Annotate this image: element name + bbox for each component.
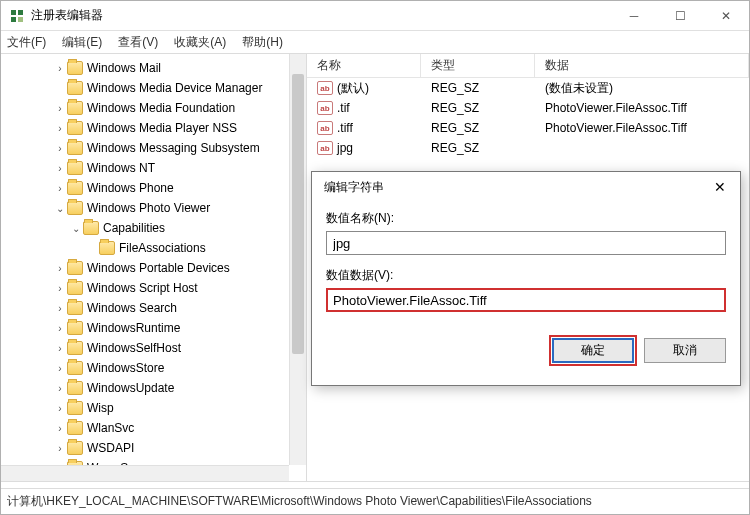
cancel-button[interactable]: 取消: [644, 338, 726, 363]
scrollbar-horizontal[interactable]: [1, 465, 289, 481]
maximize-button[interactable]: ☐: [657, 1, 703, 31]
value-name: (默认): [337, 81, 369, 95]
list-row[interactable]: ab.tiffREG_SZPhotoViewer.FileAssoc.Tiff: [307, 118, 749, 138]
expand-icon[interactable]: ›: [53, 363, 67, 374]
edit-string-dialog: 编辑字符串 ✕ 数值名称(N): 数值数据(V): 确定 取消: [311, 171, 741, 386]
menu-favorites[interactable]: 收藏夹(A): [174, 34, 226, 51]
list-row[interactable]: ab.tifREG_SZPhotoViewer.FileAssoc.Tiff: [307, 98, 749, 118]
folder-icon: [67, 421, 83, 435]
tree-pane[interactable]: ›Windows MailWindows Media Device Manage…: [1, 54, 307, 481]
value-type: REG_SZ: [421, 141, 535, 155]
value-name: jpg: [337, 141, 353, 155]
scrollbar-vertical[interactable]: [289, 54, 306, 465]
tree-label: WindowsRuntime: [87, 321, 180, 335]
expand-icon[interactable]: ›: [53, 383, 67, 394]
tree-item[interactable]: ›WindowsStore: [5, 358, 304, 378]
dialog-close-button[interactable]: ✕: [700, 172, 740, 202]
expand-icon[interactable]: ›: [53, 323, 67, 334]
tree-label: FileAssociations: [119, 241, 206, 255]
tree-item[interactable]: ›WlanSvc: [5, 418, 304, 438]
tree-label: WSDAPI: [87, 441, 134, 455]
tree-label: Windows Search: [87, 301, 177, 315]
tree-label: Windows NT: [87, 161, 155, 175]
app-icon: [9, 8, 25, 24]
tree-item[interactable]: ⌄Windows Photo Viewer: [5, 198, 304, 218]
expand-icon[interactable]: ›: [53, 123, 67, 134]
expand-icon[interactable]: ›: [53, 343, 67, 354]
tree-item[interactable]: ›WindowsUpdate: [5, 378, 304, 398]
expand-icon[interactable]: ›: [53, 183, 67, 194]
minimize-button[interactable]: ─: [611, 1, 657, 31]
menu-help[interactable]: 帮助(H): [242, 34, 283, 51]
col-type[interactable]: 类型: [421, 54, 535, 77]
expand-icon[interactable]: ›: [53, 263, 67, 274]
tree-item[interactable]: ›Windows NT: [5, 158, 304, 178]
value-name: .tif: [337, 101, 350, 115]
list-header: 名称 类型 数据: [307, 54, 749, 78]
tree-item[interactable]: ›Windows Media Player NSS: [5, 118, 304, 138]
tree-label: Windows Media Foundation: [87, 101, 235, 115]
expand-icon[interactable]: ⌄: [53, 203, 67, 214]
svg-rect-1: [18, 10, 23, 15]
string-value-icon: ab: [317, 81, 333, 95]
tree-item[interactable]: ›WindowsSelfHost: [5, 338, 304, 358]
ok-button[interactable]: 确定: [552, 338, 634, 363]
tree-item[interactable]: ›Windows Search: [5, 298, 304, 318]
expand-icon[interactable]: ›: [53, 303, 67, 314]
titlebar: 注册表编辑器 ─ ☐ ✕: [1, 1, 749, 31]
close-button[interactable]: ✕: [703, 1, 749, 31]
tree-item[interactable]: ›Windows Messaging Subsystem: [5, 138, 304, 158]
folder-icon: [67, 81, 83, 95]
expand-icon[interactable]: ›: [53, 283, 67, 294]
col-name[interactable]: 名称: [307, 54, 421, 77]
expand-icon[interactable]: ›: [53, 423, 67, 434]
list-row[interactable]: ab(默认)REG_SZ(数值未设置): [307, 78, 749, 98]
list-row[interactable]: abjpgREG_SZ: [307, 138, 749, 158]
menu-view[interactable]: 查看(V): [118, 34, 158, 51]
value-name-input[interactable]: [326, 231, 726, 255]
folder-icon: [67, 301, 83, 315]
tree-label: WindowsUpdate: [87, 381, 174, 395]
tree-item[interactable]: FileAssociations: [5, 238, 304, 258]
expand-icon[interactable]: ›: [53, 63, 67, 74]
expand-icon[interactable]: ⌄: [69, 223, 83, 234]
tree-item[interactable]: ⌄Capabilities: [5, 218, 304, 238]
tree-item[interactable]: ›Windows Phone: [5, 178, 304, 198]
expand-icon[interactable]: ›: [53, 403, 67, 414]
tree-item[interactable]: ›Windows Media Foundation: [5, 98, 304, 118]
tree-label: Windows Media Device Manager: [87, 81, 262, 95]
value-data: PhotoViewer.FileAssoc.Tiff: [535, 101, 749, 115]
col-data[interactable]: 数据: [535, 54, 749, 77]
tree-item[interactable]: Windows Media Device Manager: [5, 78, 304, 98]
folder-icon: [67, 361, 83, 375]
expand-icon[interactable]: ›: [53, 443, 67, 454]
expand-icon[interactable]: ›: [53, 143, 67, 154]
tree-item[interactable]: ›Windows Script Host: [5, 278, 304, 298]
tree-item[interactable]: ›WindowsRuntime: [5, 318, 304, 338]
folder-icon: [83, 221, 99, 235]
svg-rect-3: [18, 17, 23, 22]
tree-item[interactable]: ›Wisp: [5, 398, 304, 418]
tree-item[interactable]: ›WSDAPI: [5, 438, 304, 458]
tree-label: Windows Media Player NSS: [87, 121, 237, 135]
folder-icon: [67, 121, 83, 135]
tree-item[interactable]: ›Windows Portable Devices: [5, 258, 304, 278]
folder-icon: [99, 241, 115, 255]
value-data-input[interactable]: [326, 288, 726, 312]
folder-icon: [67, 381, 83, 395]
tree-label: Windows Mail: [87, 61, 161, 75]
scrollbar-thumb[interactable]: [292, 74, 304, 354]
expand-icon[interactable]: ›: [53, 103, 67, 114]
tree-label: Windows Phone: [87, 181, 174, 195]
menu-file[interactable]: 文件(F): [7, 34, 46, 51]
folder-icon: [67, 61, 83, 75]
tree-item[interactable]: ›Windows Mail: [5, 58, 304, 78]
menu-edit[interactable]: 编辑(E): [62, 34, 102, 51]
folder-icon: [67, 321, 83, 335]
folder-icon: [67, 261, 83, 275]
tree-label: WindowsStore: [87, 361, 164, 375]
folder-icon: [67, 161, 83, 175]
tree-label: Windows Messaging Subsystem: [87, 141, 260, 155]
tree-label: Capabilities: [103, 221, 165, 235]
expand-icon[interactable]: ›: [53, 163, 67, 174]
